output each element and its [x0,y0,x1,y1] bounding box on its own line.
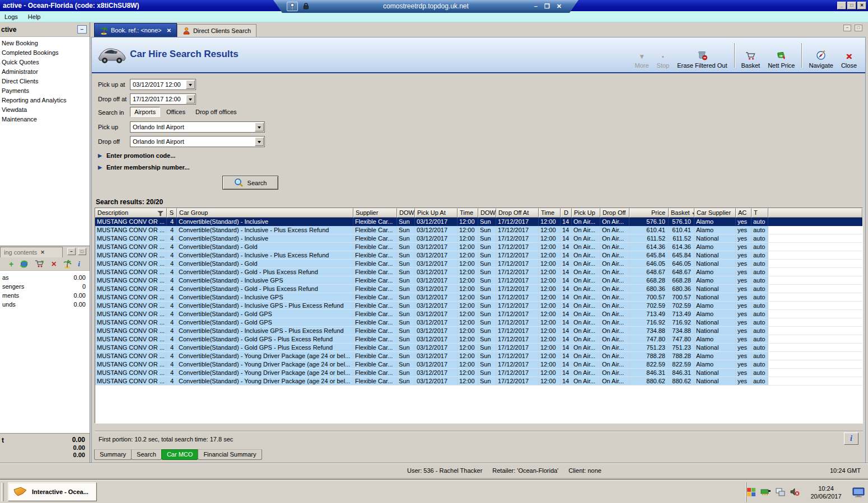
column-header-filler[interactable] [768,208,862,218]
column-header-drop-off[interactable]: Drop Off [600,208,629,218]
menu-help[interactable]: Help [28,13,41,20]
sidebar-item-completed-bookings[interactable]: Completed Bookings [0,48,90,58]
column-header-car-group[interactable]: Car Group [177,208,353,218]
column-header-dow[interactable]: DOW [478,208,496,218]
sidebar-item-direct-clients[interactable]: Direct Clients [0,77,90,86]
column-header-pick-up-at[interactable]: Pick Up At [415,208,458,218]
drop-off-combo[interactable]: Orlando Intl Airport [130,136,265,147]
contents-maximize-icon[interactable]: □ [78,248,86,255]
contents-panel-tab[interactable]: ing contents ✕ [0,247,63,257]
refresh-globe-icon[interactable] [20,260,29,269]
close-icon[interactable]: ✕ [857,2,866,10]
contents-tab-close-icon[interactable]: ✕ [40,250,45,255]
chevron-down-icon[interactable] [255,137,264,146]
column-header-dow[interactable]: DOW [397,208,415,218]
column-header-price[interactable]: Price [629,208,669,218]
column-header-basket[interactable]: Basket▼ [669,208,694,218]
close-button[interactable]: ✕ Close [837,42,861,69]
column-header-car-supplier[interactable]: Car Supplier [694,208,736,218]
pick-up-combo[interactable]: Orlando Intl Airport [130,121,265,133]
bottom-tab-search[interactable]: Search [131,449,162,460]
tab-direct-clients-search[interactable]: Direct Clients Search [177,24,256,37]
result-row[interactable]: MUSTANG CONV OR ...4Convertible(Standard… [95,344,862,352]
column-header-t[interactable]: T [752,208,768,218]
result-row[interactable]: MUSTANG CONV OR ...4Convertible(Standard… [95,293,862,302]
info-button[interactable]: i [844,433,858,445]
chevron-down-icon[interactable] [186,95,195,104]
contents-minimize-icon[interactable]: − [67,248,76,255]
rdp-minimize-icon[interactable]: – [534,2,538,10]
menu-logs[interactable]: Logs [4,13,18,20]
sidebar-item-maintenance[interactable]: Maintenance [0,115,90,124]
search-in-offices[interactable]: Offices [162,107,189,116]
sidebar-item-viewdata[interactable]: Viewdata [0,105,90,115]
result-row[interactable]: MUSTANG CONV OR ...4Convertible(Standard… [95,327,862,335]
muted-speaker-icon[interactable] [790,488,800,496]
column-header-time[interactable]: Time [458,208,478,218]
more-button[interactable]: ▼ More [631,42,653,69]
result-row[interactable]: MUSTANG CONV OR ...4Convertible(Standard… [95,318,862,327]
result-row[interactable]: MUSTANG CONV OR ...4Convertible(Standard… [95,260,862,268]
result-row[interactable]: MUSTANG CONV OR ...4Convertible(Standard… [95,268,862,276]
result-row[interactable]: MUSTANG CONV OR ...4Convertible(Standard… [95,377,862,386]
search-in-drop-off-offices[interactable]: Drop off offices [192,107,241,116]
panel-minimize-icon[interactable]: − [843,25,851,31]
column-header-description[interactable]: Description [95,208,167,218]
filter-icon[interactable] [157,211,164,216]
delete-icon[interactable]: ✕ [51,260,57,268]
result-row[interactable]: MUSTANG CONV OR ...4Convertible(Standard… [95,251,862,260]
column-header-time[interactable]: Time [539,208,561,218]
network-status-icon[interactable] [776,488,786,497]
column-header-drop-off-at[interactable]: Drop Off At [496,208,539,218]
network-card-icon[interactable] [760,488,771,496]
chevron-down-icon[interactable] [186,80,195,89]
basket-button[interactable]: Basket [738,42,764,69]
palm-tree-icon[interactable] [63,260,72,269]
sidebar-item-reporting-and-analytics[interactable]: Reporting and Analytics [0,96,90,105]
column-header-pick-up[interactable]: Pick Up [572,208,600,218]
nett-price-button[interactable]: Nett Price [764,42,799,69]
result-row[interactable]: MUSTANG CONV OR ...4Convertible(Standard… [95,360,862,369]
bottom-tab-car-mco[interactable]: Car MCO [161,449,198,460]
panel-maximize-icon[interactable]: □ [855,25,862,31]
result-row[interactable]: MUSTANG CONV OR ...4Convertible(Standard… [95,276,862,285]
promotion-code-toggle[interactable]: ▶ Enter promotion code... [98,152,175,159]
result-row[interactable]: MUSTANG CONV OR ...4Convertible(Standard… [95,302,862,310]
minimize-icon[interactable]: _ [837,2,846,10]
result-row[interactable]: MUSTANG CONV OR ...4Convertible(Standard… [95,335,862,344]
sidebar-item-payments[interactable]: Payments [0,86,90,96]
result-row[interactable]: MUSTANG CONV OR ...4Convertible(Standard… [95,226,862,234]
search-button[interactable]: Search [222,176,278,190]
column-header-d[interactable]: D [561,208,572,218]
rdp-restore-icon[interactable]: ❐ [544,2,550,10]
result-row[interactable]: MUSTANG CONV OR ...4Convertible(Standard… [95,234,862,243]
result-row[interactable]: MUSTANG CONV OR ...4Convertible(Standard… [95,352,862,360]
collapse-icon[interactable]: − [77,25,87,34]
membership-number-toggle[interactable]: ▶ Enter membership number... [98,164,189,171]
result-row[interactable]: MUSTANG CONV OR ...4Convertible(Standard… [95,285,862,293]
tab-booking-ref[interactable]: Book. ref.: <none> ✕ [94,23,177,37]
result-row[interactable]: MUSTANG CONV OR ...4Convertible(Standard… [95,218,862,226]
basket-add-icon[interactable] [35,260,45,268]
taskbar-clock[interactable]: 10:24 20/06/2017 [804,485,848,500]
result-row[interactable]: MUSTANG CONV OR ...4Convertible(Standard… [95,369,862,377]
navigate-button[interactable]: Navigate [805,42,837,69]
taskbar-handle[interactable] [1,483,4,501]
sidebar-item-new-booking[interactable]: New Booking [0,39,90,48]
bottom-tab-financial-summary[interactable]: Financial Summary [198,449,262,460]
apps-tray-icon[interactable] [746,487,756,497]
pick-up-at-combo[interactable]: 03/12/2017 12:00 [130,79,196,90]
info-icon[interactable]: i [78,260,80,269]
taskbar-app-button[interactable]: Interactive - Ocea... [8,482,97,501]
column-header-supplier[interactable]: Supplier [353,208,397,218]
search-in-airports[interactable]: Airports [130,107,160,117]
rdp-close-icon[interactable]: ✕ [557,2,562,10]
add-icon[interactable]: + [9,260,13,268]
result-row[interactable]: MUSTANG CONV OR ...4Convertible(Standard… [95,310,862,318]
drop-off-at-combo[interactable]: 17/12/2017 12:00 [130,93,196,105]
column-header-s[interactable]: S [167,208,177,218]
stop-button[interactable]: ▪ Stop [653,42,674,69]
result-row[interactable]: MUSTANG CONV OR ...4Convertible(Standard… [95,243,862,251]
show-desktop-icon[interactable] [852,487,865,497]
sidebar-item-administrator[interactable]: Administrator [0,67,90,77]
